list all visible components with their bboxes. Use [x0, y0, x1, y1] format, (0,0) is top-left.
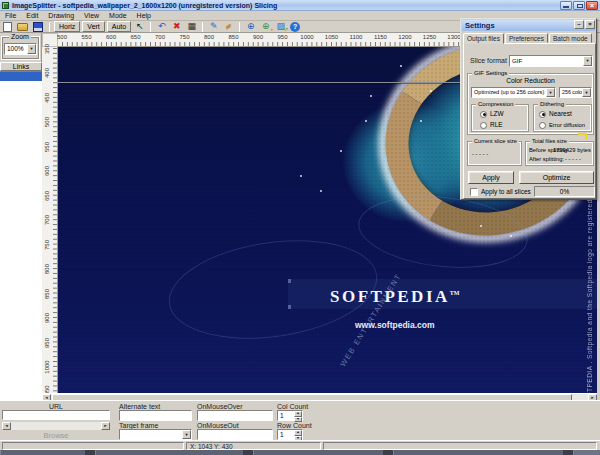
chevron-down-icon[interactable]: ▼ [182, 430, 191, 439]
url-input[interactable] [2, 410, 110, 420]
vert-split-button[interactable]: Vert [82, 21, 104, 32]
onmouseover-input[interactable] [197, 410, 273, 421]
ruler-tick-1050: 1050 [323, 34, 341, 40]
radio-icon [539, 111, 546, 118]
current-slice-size-value: - - - - - [472, 151, 488, 157]
boat-speck [365, 120, 367, 122]
boat-speck [300, 175, 302, 177]
radio-lzw[interactable]: LZW [480, 110, 504, 118]
menu-item-edit[interactable]: Edit [21, 12, 43, 19]
col-count-stepper[interactable]: 1 ▲▼ [277, 410, 303, 421]
settings-minimize-button[interactable]: – [574, 20, 584, 29]
app-icon [2, 2, 9, 9]
links-selected-item[interactable] [0, 72, 42, 81]
apply-all-checkbox[interactable] [470, 188, 478, 196]
toolbar-separator [239, 22, 240, 32]
onmouseover-label: OnMouseOver [197, 403, 243, 410]
ruler-tick-800: 800 [200, 34, 218, 40]
ruler-tick-750: 750 [39, 237, 55, 253]
restore-icon [577, 4, 583, 8]
horiz-split-button[interactable]: Horiz [54, 21, 80, 32]
menu-item-file[interactable]: File [0, 12, 21, 19]
settings-close-button[interactable]: × [585, 20, 595, 29]
palette-select[interactable]: Optimized (up to 256 colors) ▼ [471, 87, 556, 98]
total-files-size-label: Total files size [530, 138, 569, 144]
menu-item-mode[interactable]: Mode [104, 12, 132, 19]
optimize-button[interactable]: Optimize [519, 171, 594, 184]
ruler-tick-650: 650 [39, 188, 55, 204]
ruler-tick-850: 850 [225, 34, 243, 40]
tab-output-files[interactable]: Output files [463, 33, 504, 44]
target-frame-select[interactable]: ▼ [119, 429, 192, 440]
slice-format-select[interactable]: GIF ▼ [509, 55, 593, 67]
radio-error-diffusion[interactable]: Error diffusion [539, 121, 585, 129]
scroll-right-icon[interactable]: ► [101, 422, 110, 430]
vertical-ruler: 3504004505005506006507007508008509009501… [42, 47, 58, 393]
edit-pencil-icon[interactable]: ✎ [206, 21, 221, 32]
links-list[interactable] [0, 71, 42, 400]
save-icon[interactable] [33, 22, 43, 32]
window-title: ImageSplitter - softpedia_wallpaper_2_16… [12, 2, 277, 9]
taskbar-button[interactable] [393, 450, 563, 455]
after-splitting-value: - - - - - [565, 156, 581, 162]
ruler-tick-1100: 1100 [347, 34, 365, 40]
window-close-button[interactable]: × [586, 1, 598, 10]
taskbar-button[interactable] [0, 450, 85, 455]
row-count-stepper[interactable]: 1 ▲▼ [277, 429, 303, 440]
chevron-down-icon[interactable]: ▼ [546, 88, 555, 97]
ruler-tick-850: 850 [39, 286, 55, 302]
settings-title: Settings [462, 21, 495, 30]
ruler-tick-950: 950 [274, 34, 292, 40]
browse-button[interactable]: Browse [0, 431, 112, 440]
alternate-text-label: Alternate text [119, 403, 160, 410]
chevron-down-icon[interactable]: ▼ [582, 88, 591, 97]
tab-batch-mode[interactable]: Batch mode [549, 33, 592, 43]
preview-export-icon[interactable]: ▨↗ [273, 21, 288, 32]
menu-item-view[interactable]: View [79, 12, 104, 19]
window-restore-button[interactable] [573, 1, 585, 10]
ruler-tick-1250: 1250 [421, 34, 439, 40]
web-globe-icon[interactable]: ⊕ [243, 21, 258, 32]
menu-item-help[interactable]: Help [132, 12, 156, 19]
ruler-tick-1000: 1000 [298, 34, 316, 40]
ruler-tick-500: 500 [53, 34, 71, 40]
apply-button[interactable]: Apply [468, 171, 514, 184]
help-icon[interactable]: ? [290, 22, 300, 32]
radio-rle[interactable]: RLE [480, 121, 503, 129]
grid-icon[interactable]: ▦ [184, 21, 199, 32]
taskbar-button[interactable] [253, 450, 383, 455]
current-slice-size-group: Current slice size - - - - - [467, 141, 522, 166]
total-files-size-group: Total files size Before splitting: 17994… [525, 141, 594, 166]
chevron-down-icon[interactable]: ▼ [583, 56, 592, 66]
url-scrollbar[interactable]: ◄ ► [2, 422, 110, 430]
before-splitting-value: 1799429 bytes [553, 147, 591, 153]
onmouseout-input[interactable] [197, 429, 273, 440]
zoom-select[interactable]: 100% ▼ [4, 43, 37, 55]
link-globe-icon[interactable]: ⊕● [258, 21, 273, 32]
window-minimize-button[interactable] [560, 1, 572, 10]
row-count-label: Row Count [277, 422, 312, 429]
radio-nearest[interactable]: Nearest [539, 110, 572, 118]
new-file-icon[interactable] [3, 22, 12, 32]
horizontal-scrollbar[interactable]: ◄ ► [42, 393, 597, 400]
auto-split-button[interactable]: Auto [107, 21, 131, 32]
ruler-tick-900: 900 [249, 34, 267, 40]
taskbar-button[interactable] [95, 450, 243, 455]
chevron-down-icon[interactable]: ▼ [27, 44, 36, 54]
scroll-left-icon[interactable]: ◄ [2, 422, 11, 430]
colors-count-select[interactable]: 256 colors ▼ [559, 87, 592, 98]
close-icon: × [587, 1, 597, 10]
windows-taskbar [0, 450, 600, 455]
open-folder-icon[interactable] [17, 23, 28, 31]
copyright-watermark: (c) 2004 SOFTPEDIA . Softpedia and the S… [586, 197, 593, 393]
alternate-text-input[interactable] [119, 410, 192, 421]
zoom-group: Zoom 100% ▼ [1, 36, 40, 60]
title-bar[interactable]: ImageSplitter - softpedia_wallpaper_2_16… [0, 0, 600, 11]
boat-speck [420, 120, 422, 122]
delete-slice-icon[interactable]: ✖ [169, 21, 184, 32]
menu-item-drawing[interactable]: Drawing [43, 12, 79, 19]
select-cursor-icon[interactable]: ↖ [132, 21, 147, 32]
undo-icon[interactable]: ↶ [154, 21, 169, 32]
status-cell [323, 442, 597, 450]
tab-preferences[interactable]: Preferences [505, 33, 548, 43]
